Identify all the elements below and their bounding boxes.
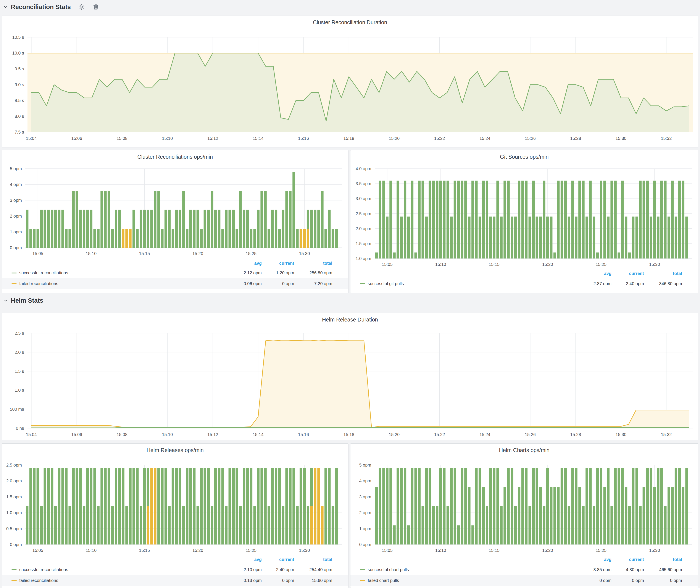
legend-row[interactable]: failed reconciliations0.13 opm0 opm15.60… bbox=[2, 575, 348, 586]
svg-text:10.0 s: 10.0 s bbox=[12, 51, 24, 55]
svg-text:15:18: 15:18 bbox=[344, 432, 354, 437]
svg-text:3 opm: 3 opm bbox=[10, 198, 22, 203]
svg-text:7.5 s: 7.5 s bbox=[15, 130, 24, 134]
svg-text:0.5 opm: 0.5 opm bbox=[6, 526, 22, 531]
legend-value-avg: 0.13 opm bbox=[225, 575, 262, 586]
svg-text:15:32: 15:32 bbox=[661, 432, 672, 437]
section-title[interactable]: Helm Stats bbox=[11, 297, 43, 304]
legend-col-current[interactable]: current bbox=[257, 261, 294, 266]
legend-col-total[interactable]: total bbox=[295, 261, 332, 266]
svg-text:15:18: 15:18 bbox=[344, 136, 354, 141]
svg-text:15:24: 15:24 bbox=[479, 432, 490, 437]
legend-row[interactable]: successful reconciliations2.12 opm1.20 o… bbox=[2, 267, 348, 278]
legend-value-total: 15.60 opm bbox=[295, 575, 332, 586]
legend-col-current[interactable]: current bbox=[257, 557, 294, 562]
svg-text:1.5 opm: 1.5 opm bbox=[6, 494, 22, 499]
svg-text:0 opm: 0 opm bbox=[359, 542, 371, 547]
section-title[interactable]: Reconciliation Stats bbox=[11, 3, 71, 11]
legend-col-current[interactable]: current bbox=[607, 557, 644, 562]
legend-row[interactable]: successful git pulls2.87 opm2.40 opm346.… bbox=[350, 278, 698, 289]
legend-col-total[interactable]: total bbox=[295, 557, 332, 562]
svg-text:2.0 opm: 2.0 opm bbox=[356, 226, 371, 231]
legend-row[interactable]: failed reconciliations0.06 opm0 opm7.20 … bbox=[2, 278, 348, 289]
legend-series-label[interactable]: failed reconciliations bbox=[19, 278, 58, 289]
panel-cluster-reconciliations-ops: Cluster Reconciliations ops/min 5 opm4 o… bbox=[2, 150, 348, 293]
gear-icon[interactable] bbox=[78, 3, 85, 10]
svg-text:15:05: 15:05 bbox=[32, 548, 43, 553]
panel-helm-charts-ops: Helm Charts ops/min 5 opm4 opm3 opm2 opm… bbox=[350, 443, 698, 588]
legend-series-label[interactable]: failed chart pulls bbox=[368, 575, 399, 586]
svg-text:3 opm: 3 opm bbox=[359, 494, 371, 499]
svg-text:15:25: 15:25 bbox=[246, 548, 256, 553]
legend-col-total[interactable]: total bbox=[645, 271, 682, 276]
series-color-dash-icon bbox=[11, 569, 17, 570]
legend-col-current[interactable]: current bbox=[607, 271, 644, 276]
series-color-dash-icon bbox=[360, 580, 365, 581]
svg-text:15:06: 15:06 bbox=[71, 432, 82, 437]
grafana-dashboard: Reconciliation Stats Cluster Reconciliat… bbox=[0, 0, 700, 588]
svg-text:2.0 opm: 2.0 opm bbox=[6, 478, 22, 483]
trash-icon[interactable] bbox=[92, 3, 99, 10]
svg-text:1 opm: 1 opm bbox=[359, 526, 371, 531]
svg-text:15:10: 15:10 bbox=[162, 432, 173, 437]
svg-text:15:15: 15:15 bbox=[489, 262, 500, 267]
series-color-dash-icon bbox=[11, 273, 17, 273]
svg-text:15:20: 15:20 bbox=[389, 136, 400, 141]
section-header-helm-stats: Helm Stats bbox=[0, 294, 700, 307]
svg-text:15:25: 15:25 bbox=[596, 262, 606, 267]
legend-col-avg[interactable]: avg bbox=[225, 261, 262, 266]
svg-text:15:08: 15:08 bbox=[117, 136, 127, 141]
upgrade-duration-area bbox=[31, 340, 689, 428]
svg-text:15:10: 15:10 bbox=[86, 251, 97, 256]
cluster-reconciliation-duration-chart[interactable]: 10.5 s10.0 s9.5 s9.0 s8.5 s8.0 s7.5 s15:… bbox=[2, 16, 698, 148]
legend-col-total[interactable]: total bbox=[645, 557, 682, 562]
svg-text:15:25: 15:25 bbox=[246, 251, 256, 256]
legend-row[interactable]: successful chart pulls3.85 opm4.80 opm46… bbox=[350, 564, 698, 575]
svg-text:15:26: 15:26 bbox=[525, 136, 536, 141]
legend-col-avg[interactable]: avg bbox=[225, 557, 262, 562]
svg-text:15:20: 15:20 bbox=[389, 432, 400, 437]
legend-value-avg: 0.06 opm bbox=[225, 278, 262, 289]
legend-value-current: 1.20 opm bbox=[257, 267, 294, 278]
svg-text:1.5 s: 1.5 s bbox=[15, 369, 24, 374]
legend-series-label[interactable]: successful reconciliations bbox=[19, 564, 68, 575]
install-duration-line bbox=[31, 427, 689, 428]
svg-text:15:30: 15:30 bbox=[649, 262, 660, 267]
svg-text:15:04: 15:04 bbox=[26, 136, 37, 141]
svg-text:15:14: 15:14 bbox=[253, 432, 263, 437]
legend-series-label[interactable]: successful git pulls bbox=[368, 278, 404, 289]
legend-col-avg[interactable]: avg bbox=[575, 557, 611, 562]
helm-release-duration-chart[interactable]: 2.5 s2.0 s1.5 s1.0 s500 ms0 ns15:0415:06… bbox=[2, 313, 698, 440]
svg-text:15:05: 15:05 bbox=[32, 251, 43, 256]
series-color-dash-icon bbox=[11, 283, 17, 284]
legend-value-current: 0 opm bbox=[607, 575, 644, 586]
svg-text:15:20: 15:20 bbox=[192, 251, 203, 256]
section-header-reconciliation-stats: Reconciliation Stats bbox=[0, 0, 700, 14]
svg-text:15:05: 15:05 bbox=[382, 262, 393, 267]
legend-value-total: 346.80 opm bbox=[645, 278, 682, 289]
legend-row[interactable]: successful reconciliations2.10 opm2.40 o… bbox=[2, 564, 348, 575]
svg-text:15:30: 15:30 bbox=[299, 548, 310, 553]
chevron-down-icon[interactable] bbox=[3, 298, 8, 303]
svg-text:5 opm: 5 opm bbox=[10, 166, 22, 171]
svg-text:15:28: 15:28 bbox=[570, 432, 581, 437]
svg-text:15:04: 15:04 bbox=[26, 432, 37, 437]
svg-text:2.5 opm: 2.5 opm bbox=[356, 211, 371, 216]
svg-text:3.5 opm: 3.5 opm bbox=[356, 181, 371, 186]
legend-series-label[interactable]: failed reconciliations bbox=[19, 575, 58, 586]
svg-text:15:24: 15:24 bbox=[479, 136, 490, 141]
svg-text:15:16: 15:16 bbox=[298, 136, 309, 141]
panel-helm-releases-ops: Helm Releases ops/min 2.5 opm2.0 opm1.5 … bbox=[2, 443, 348, 588]
legend-series-label[interactable]: successful chart pulls bbox=[368, 564, 409, 575]
svg-text:15:30: 15:30 bbox=[616, 136, 626, 141]
svg-text:15:15: 15:15 bbox=[139, 548, 150, 553]
svg-text:500 ms: 500 ms bbox=[10, 407, 24, 412]
legend-value-current: 2.40 opm bbox=[257, 564, 294, 575]
chevron-down-icon[interactable] bbox=[3, 4, 8, 10]
legend-series-label[interactable]: successful reconciliations bbox=[19, 267, 68, 278]
legend-col-avg[interactable]: avg bbox=[575, 271, 611, 276]
svg-text:10.5 s: 10.5 s bbox=[12, 35, 24, 40]
svg-text:15:30: 15:30 bbox=[299, 251, 310, 256]
panel-cluster-reconciliation-duration: Cluster Reconciliation Duration 10.5 s10… bbox=[2, 16, 698, 147]
legend-row[interactable]: failed chart pulls0 opm0 opm0 opm bbox=[350, 575, 698, 586]
